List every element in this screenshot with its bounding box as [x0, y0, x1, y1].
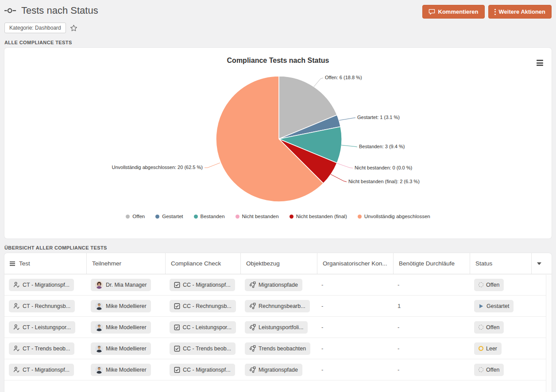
- page-title: Tests nach Status: [21, 5, 98, 16]
- compliance-check-chip[interactable]: CC - Rechnungsb...: [170, 300, 236, 312]
- column-header-label: Compliance Check: [171, 260, 221, 267]
- pie-leader-line: [337, 163, 353, 168]
- legend-item-nicht-bestanden[interactable]: Nicht bestanden: [236, 214, 279, 219]
- pie-chart: Offen: 6 (18.8 %)Gestartet: 1 (3.1 %)Bes…: [4, 48, 548, 238]
- badge-row: Kategorie: Dashboard: [4, 23, 552, 33]
- test-chip[interactable]: CT - Leistungspor...: [9, 321, 75, 334]
- status-badge-label: Gestartet: [486, 303, 509, 309]
- legend-dot: [236, 215, 239, 219]
- cell-status: Offen: [470, 364, 531, 376]
- cell-compliance-check: CC - Rechnungsb...: [165, 300, 240, 312]
- pie-data-label: Nicht bestanden: 0 (0.0 %): [355, 165, 412, 170]
- compliance-check-chip-label: CC - Leistungspor...: [183, 324, 232, 331]
- sitemap-icon: [249, 366, 256, 373]
- status-leer-icon: [479, 346, 483, 351]
- legend-item-offen[interactable]: Offen: [126, 214, 145, 219]
- status-badge: Offen: [474, 321, 504, 334]
- participant-check-icon: [13, 303, 20, 309]
- pie-data-label: Unvollständig abgeschlossen: 20 (62.5 %): [112, 165, 203, 170]
- table-header-row: TestTeilnehmerCompliance CheckObjektbezu…: [4, 253, 552, 274]
- legend-item-unvollst-ndig-abgeschlossen[interactable]: Unvollständig abgeschlossen: [358, 214, 430, 219]
- column-header-compliance-check[interactable]: Compliance Check: [165, 253, 240, 274]
- status-offen-icon: [479, 325, 483, 330]
- object-chip[interactable]: Migrationspfade: [245, 364, 302, 376]
- legend-label: Unvollständig abgeschlossen: [364, 214, 430, 219]
- status-offen-icon: [479, 367, 483, 372]
- legend-dot: [358, 215, 362, 219]
- test-chip[interactable]: CT - Rechnungsb...: [9, 300, 75, 312]
- cell-organisatorischer-kontext: -: [317, 366, 393, 373]
- status-badge-label: Leer: [486, 346, 497, 352]
- table-row: CT - Rechnungsb... Mike Modellierer CC -…: [4, 296, 552, 317]
- object-chip[interactable]: Migrationspfade: [245, 279, 302, 291]
- more-actions-button[interactable]: Weitere Aktionen: [488, 5, 552, 19]
- object-chip[interactable]: Leistungsportfoli...: [245, 321, 308, 334]
- page-header: Tests nach Status Kommentieren Weitere A…: [4, 0, 552, 19]
- avatar: [95, 366, 103, 374]
- compliance-check-chip[interactable]: CC - Migrationspf...: [170, 364, 235, 376]
- object-chip[interactable]: Trends beobachten: [245, 342, 310, 355]
- durchlaeufe-value: -: [398, 324, 399, 331]
- checkbox-icon: [174, 303, 180, 309]
- object-chip[interactable]: Rechnungsbearb...: [245, 300, 310, 312]
- legend-item-nicht-bestanden-final[interactable]: Nicht bestanden (final): [290, 214, 347, 219]
- comment-button[interactable]: Kommentieren: [422, 5, 485, 19]
- table-scrollbar[interactable]: [546, 275, 552, 392]
- kebab-icon: [494, 9, 496, 15]
- pie-data-label: Bestanden: 3 (9.4 %): [359, 144, 405, 149]
- table-row: CT - Migrationspf... Mike Modellierer CC…: [4, 359, 552, 380]
- test-chip[interactable]: CT - Trends beob...: [9, 342, 74, 355]
- object-chip-label: Leistungsportfoli...: [259, 324, 303, 331]
- cell-objektbezug: Leistungsportfoli...: [240, 321, 317, 334]
- test-chip[interactable]: CT - Migrationspf...: [9, 279, 74, 291]
- participant-chip[interactable]: Dr. Mia Manager: [91, 279, 151, 291]
- cell-status: Offen: [470, 321, 531, 334]
- checkbox-icon: [174, 282, 180, 288]
- compliance-check-chip-label: CC - Migrationspf...: [183, 367, 231, 373]
- participant-chip[interactable]: Mike Modellierer: [91, 342, 151, 355]
- org-context-value: -: [321, 281, 323, 288]
- checkbox-icon: [174, 367, 180, 373]
- checkbox-icon: [174, 324, 180, 331]
- object-chip-label: Migrationspfade: [259, 282, 298, 288]
- column-header-teilnehmer[interactable]: Teilnehmer: [86, 253, 165, 274]
- object-chip-label: Trends beobachten: [259, 346, 306, 352]
- participant-chip[interactable]: Mike Modellierer: [91, 300, 151, 312]
- chart-section-label: ALLE COMPLIANCE TESTS: [4, 40, 552, 45]
- cell-test: CT - Migrationspf...: [4, 364, 86, 376]
- column-header-ben-tigte-durchl-ufe[interactable]: Benötigte Durchläufe: [393, 253, 470, 274]
- org-context-value: -: [321, 345, 323, 352]
- status-badge: Gestartet: [474, 300, 514, 312]
- pie-leader-line: [339, 118, 355, 120]
- column-header-status[interactable]: Status: [470, 253, 531, 274]
- cell-teilnehmer: Mike Modellierer: [86, 321, 165, 334]
- participant-check-icon: [13, 345, 20, 352]
- durchlaeufe-value: 1: [398, 303, 401, 309]
- title-row: Tests nach Status: [4, 5, 98, 16]
- cell-teilnehmer: Mike Modellierer: [86, 300, 165, 312]
- org-context-value: -: [321, 324, 323, 331]
- compliance-check-chip[interactable]: CC - Trends beob...: [170, 342, 236, 355]
- participant-chip[interactable]: Mike Modellierer: [91, 364, 151, 376]
- test-chip[interactable]: CT - Migrationspf...: [9, 364, 74, 376]
- participant-chip[interactable]: Mike Modellierer: [91, 321, 151, 334]
- column-settings-button[interactable]: [531, 253, 548, 274]
- column-header-test[interactable]: Test: [4, 253, 86, 274]
- column-header-objektbezug[interactable]: Objektbezug: [240, 253, 317, 274]
- cell-teilnehmer: Dr. Mia Manager: [86, 279, 165, 291]
- org-context-value: -: [321, 366, 323, 373]
- cell-benoetigte-durchlaeufe: -: [393, 345, 470, 352]
- favorite-star-button[interactable]: [70, 24, 77, 32]
- compliance-check-chip[interactable]: CC - Migrationspf...: [170, 279, 235, 291]
- object-chip-label: Rechnungsbearb...: [259, 303, 305, 309]
- legend-item-bestanden[interactable]: Bestanden: [194, 214, 225, 219]
- table-menu-icon[interactable]: [10, 261, 15, 266]
- column-header-organisatorischer-kon[interactable]: Organisatorischer Kon...: [317, 253, 393, 274]
- compliance-check-chip[interactable]: CC - Leistungspor...: [170, 321, 236, 334]
- pie-data-label: Nicht bestanden (final): 2 (6.3 %): [348, 179, 420, 184]
- legend-item-gestartet[interactable]: Gestartet: [155, 214, 183, 219]
- more-actions-label: Weitere Aktionen: [499, 8, 545, 15]
- cell-compliance-check: CC - Leistungspor...: [165, 321, 240, 334]
- comment-bubble-icon: [429, 8, 435, 15]
- chart-legend: OffenGestartetBestandenNicht bestandenNi…: [4, 214, 552, 219]
